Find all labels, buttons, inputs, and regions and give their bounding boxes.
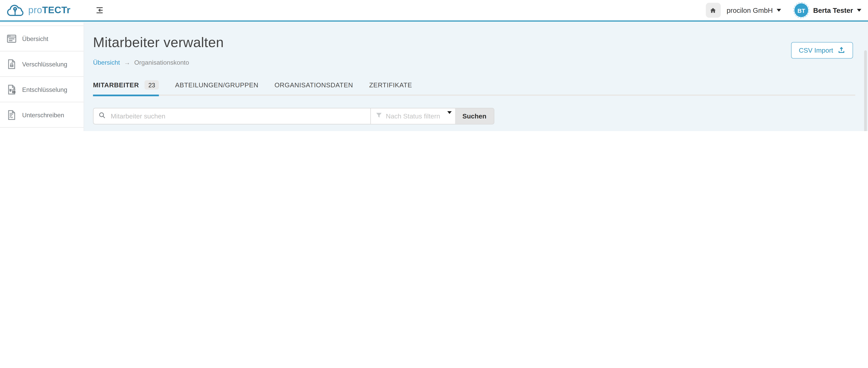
main-content: Mitarbeiter verwalten CSV Import Übersic… [85, 23, 868, 131]
brand-logo[interactable]: proTECTr [5, 3, 70, 18]
filter-caret-down-icon [447, 111, 452, 114]
tab-label: ORGANISATIONSDATEN [274, 81, 353, 89]
tab-label: MITARBEITER [93, 81, 139, 89]
sidebar-item-label: Entschlüsselung [22, 86, 67, 93]
breadcrumb-current: Organisationskonto [134, 59, 189, 66]
tab-zertifikate[interactable]: ZERTIFIKATE [369, 80, 412, 95]
sidebar-item-label: Übersicht [22, 34, 48, 42]
cloud-shield-icon [5, 3, 26, 18]
sidebar-item-label: Unterschreiben [22, 111, 64, 119]
user-caret-down-icon[interactable] [857, 9, 861, 12]
sidebar-item-verschl-sselung[interactable]: Verschlüsselung [0, 52, 84, 77]
sidebar-item-entschl-sselung[interactable]: Entschlüsselung [0, 77, 84, 102]
search-button[interactable]: Suchen [455, 108, 494, 124]
tab-count-badge: 23 [145, 80, 159, 90]
tab-bar: MITARBEITER23ABTEILUNGEN/GRUPPENORGANISA… [93, 80, 855, 96]
filter-icon [375, 111, 382, 121]
upload-icon [838, 46, 845, 55]
app-root: proTECTr procilon GmbH BT Berta Tester Ü… [0, 0, 868, 131]
organization-name: procilon GmbH [726, 6, 773, 14]
search-row: Nach Status filtern Suchen [93, 108, 494, 124]
breadcrumb-link[interactable]: Übersicht [93, 59, 120, 66]
brand-name: proTECTr [28, 5, 70, 16]
tab-label: ZERTIFIKATE [369, 81, 412, 89]
status-filter-select[interactable]: Nach Status filtern [370, 108, 455, 124]
avatar[interactable]: BT [795, 3, 808, 17]
sidebar-item-fortgeschritten-signieren[interactable]: FFortgeschritten Signieren [0, 128, 84, 131]
file-signature-icon [6, 109, 17, 120]
tab-mitarbeiter[interactable]: MITARBEITER23 [93, 80, 159, 95]
search-input[interactable] [110, 112, 370, 121]
sidebar-item-label: Verschlüsselung [22, 60, 67, 68]
home-icon[interactable] [706, 3, 721, 18]
file-unlock-icon [6, 84, 17, 95]
active-tab-underline [93, 94, 159, 96]
breadcrumb-arrow: → [124, 59, 130, 66]
collapse-sidebar-icon[interactable] [94, 5, 105, 16]
page-title: Mitarbeiter verwalten [93, 34, 868, 50]
sidebar-item-unterschreiben[interactable]: Unterschreiben [0, 102, 84, 128]
tab-label: ABTEILUNGEN/GRUPPEN [175, 81, 259, 89]
vertical-scrollbar[interactable] [864, 50, 867, 131]
user-name: Berta Tester [813, 6, 853, 14]
csv-import-label: CSV Import [799, 46, 833, 54]
file-lock-icon [6, 58, 17, 69]
status-filter-placeholder: Nach Status filtern [386, 112, 440, 120]
sidebar-item--bersicht[interactable]: Übersicht [0, 26, 84, 52]
tab-abteilungen-gruppen[interactable]: ABTEILUNGEN/GRUPPEN [175, 80, 259, 95]
overview-icon [6, 33, 17, 44]
breadcrumb: Übersicht → Organisationskonto [93, 59, 868, 66]
topbar: proTECTr procilon GmbH BT Berta Tester [0, 0, 868, 22]
csv-import-button[interactable]: CSV Import [791, 42, 853, 59]
tab-organisationsdaten[interactable]: ORGANISATIONSDATEN [274, 80, 353, 95]
org-caret-down-icon[interactable] [777, 9, 781, 12]
search-icon [98, 111, 105, 121]
search-box [94, 108, 370, 124]
sidebar: ÜbersichtVerschlüsselungEntschlüsselungU… [0, 23, 84, 131]
topbar-right: procilon GmbH BT Berta Tester [706, 3, 868, 18]
